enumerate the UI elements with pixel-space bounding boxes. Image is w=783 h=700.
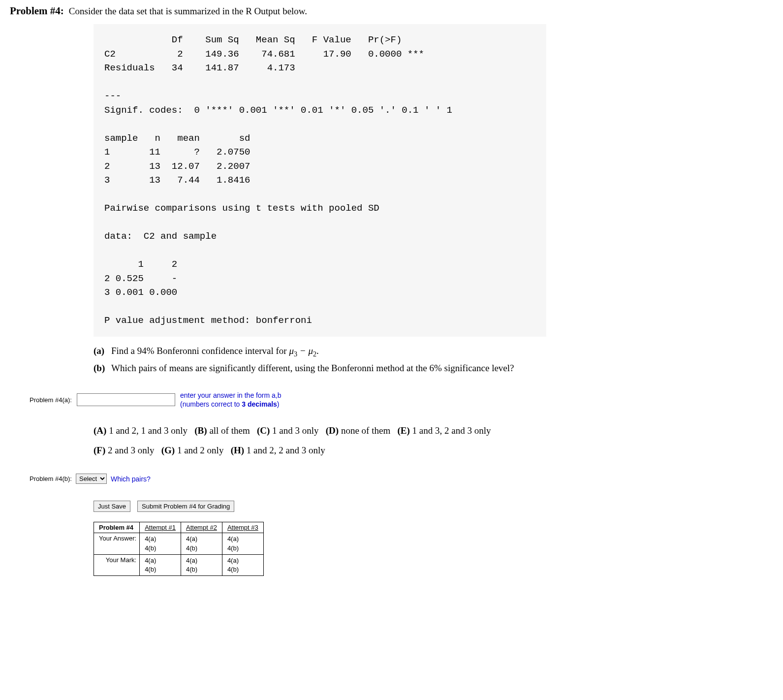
table-row: Your Answer:4(a)4(b)4(a)4(b)4(a)4(b) [94, 533, 264, 554]
which-pairs-hint: Which pairs? [111, 475, 151, 483]
answer-4b-select[interactable]: Select [76, 474, 107, 484]
part-a-label: (a) [94, 346, 108, 358]
choice-text: 1 and 2, 2 and 3 only [247, 445, 325, 455]
choice-label: (B) [194, 425, 207, 436]
submit-button[interactable]: Submit Problem #4 for Grading [137, 501, 234, 512]
choice-label: (F) [94, 445, 105, 455]
table-header-cell: Problem #4 [94, 522, 140, 533]
choices-list: (A) 1 and 2, 1 and 3 only (B) all of the… [94, 421, 773, 460]
choice-text: 1 and 3, 2 and 3 only [412, 425, 491, 436]
part-b-label: (b) [94, 363, 108, 374]
choice-label: (G) [161, 445, 175, 455]
choice-text: 1 and 3 only [272, 425, 318, 436]
part-a: (a) Find a 94% Bonferonni confidence int… [94, 346, 773, 358]
table-row: Your Mark:4(a)4(b)4(a)4(b)4(a)4(b) [94, 554, 264, 575]
choice-text: all of them [209, 425, 250, 436]
part-b-text: Which pairs of means are significantly d… [111, 363, 514, 374]
table-cell: 4(a)4(b) [222, 554, 263, 575]
problem-statement: Consider the data set that is summarized… [69, 6, 307, 17]
answer-4a-hint: enter your answer in the form a,b (numbe… [180, 391, 281, 409]
answer-4a-input[interactable] [77, 393, 175, 406]
part-a-pre: Find a 94% Bonferonni confidence interva… [111, 346, 289, 356]
answer-4b-label: Problem #4(b): [30, 475, 72, 482]
mu-expression: μ3 − μ2 [289, 346, 316, 356]
answer-4b-row: Problem #4(b): Select Which pairs? [30, 474, 773, 484]
choice-label: (H) [231, 445, 244, 455]
choice-text: none of them [341, 425, 390, 436]
choice-text: 2 and 3 only [108, 445, 154, 455]
table-header-cell: Attempt #1 [140, 522, 181, 533]
problem-heading: Problem #4: Consider the data set that i… [10, 5, 773, 17]
choice-text: 1 and 2, 1 and 3 only [109, 425, 188, 436]
table-cell: 4(a)4(b) [181, 533, 222, 554]
hint-line2: (numbers correct to 3 decimals) [180, 400, 281, 409]
r-output-block: Df Sum Sq Mean Sq F Value Pr(>F) C2 2 14… [94, 24, 546, 337]
just-save-button[interactable]: Just Save [94, 501, 130, 512]
answer-4a-label: Problem #4(a): [30, 396, 72, 404]
choice-label: (A) [94, 425, 106, 436]
answer-4a-row: Problem #4(a): enter your answer in the … [30, 391, 773, 409]
choice-label: (D) [326, 425, 339, 436]
table-header-row: Problem #4Attempt #1Attempt #2Attempt #3 [94, 522, 264, 533]
choice-label: (E) [397, 425, 409, 436]
table-header-cell: Attempt #2 [181, 522, 222, 533]
hint-post: ) [277, 400, 280, 408]
part-a-post: . [316, 346, 319, 356]
table-header-cell: Attempt #3 [222, 522, 263, 533]
row-label: Your Mark: [94, 554, 140, 575]
row-label: Your Answer: [94, 533, 140, 554]
button-row: Just Save Submit Problem #4 for Grading [94, 501, 773, 512]
table-cell: 4(a)4(b) [222, 533, 263, 554]
hint-bold: 3 decimals [242, 400, 277, 408]
part-a-text: Find a 94% Bonferonni confidence interva… [111, 346, 319, 358]
choice-label: (C) [257, 425, 270, 436]
choice-text: 1 and 2 only [177, 445, 223, 455]
table-cell: 4(a)4(b) [181, 554, 222, 575]
problem-number: Problem #4: [10, 5, 64, 17]
hint-pre: (numbers correct to [180, 400, 242, 408]
hint-line1: enter your answer in the form a,b [180, 391, 281, 400]
part-b: (b) Which pairs of means are significant… [94, 363, 773, 374]
table-cell: 4(a)4(b) [140, 554, 181, 575]
attempts-table: Problem #4Attempt #1Attempt #2Attempt #3… [94, 522, 264, 576]
table-cell: 4(a)4(b) [140, 533, 181, 554]
question-parts: (a) Find a 94% Bonferonni confidence int… [94, 346, 773, 374]
